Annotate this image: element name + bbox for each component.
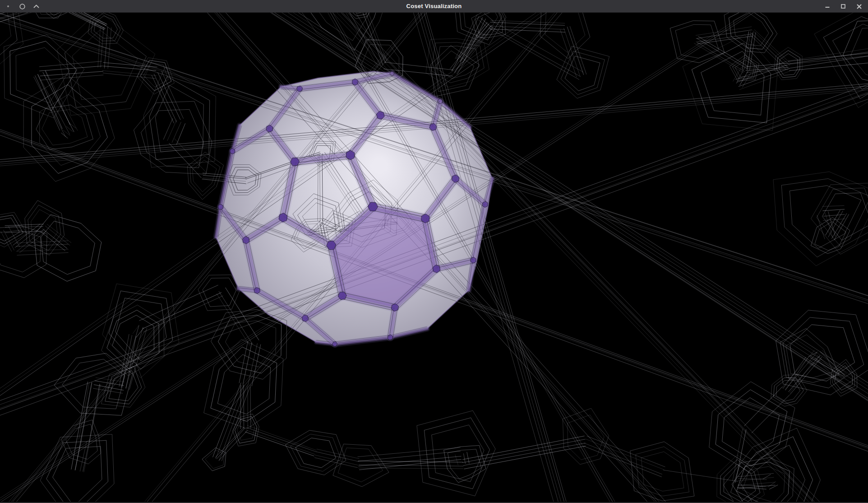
minimize-button[interactable] [824,2,831,11]
menu-dot-icon[interactable] [5,2,12,11]
maximize-button[interactable] [840,2,847,11]
window-title: Coset Visualization [0,0,868,13]
close-button[interactable] [855,2,863,11]
titlebar[interactable]: Coset Visualization [0,0,868,13]
viewport-canvas[interactable] [0,13,868,502]
circle-icon[interactable] [18,2,26,11]
titlebar-left-icons [5,0,40,13]
titlebar-controls [824,0,863,13]
chevron-up-icon[interactable] [32,2,40,11]
viewport [0,13,868,502]
app-window: Coset Visualization [0,0,868,503]
